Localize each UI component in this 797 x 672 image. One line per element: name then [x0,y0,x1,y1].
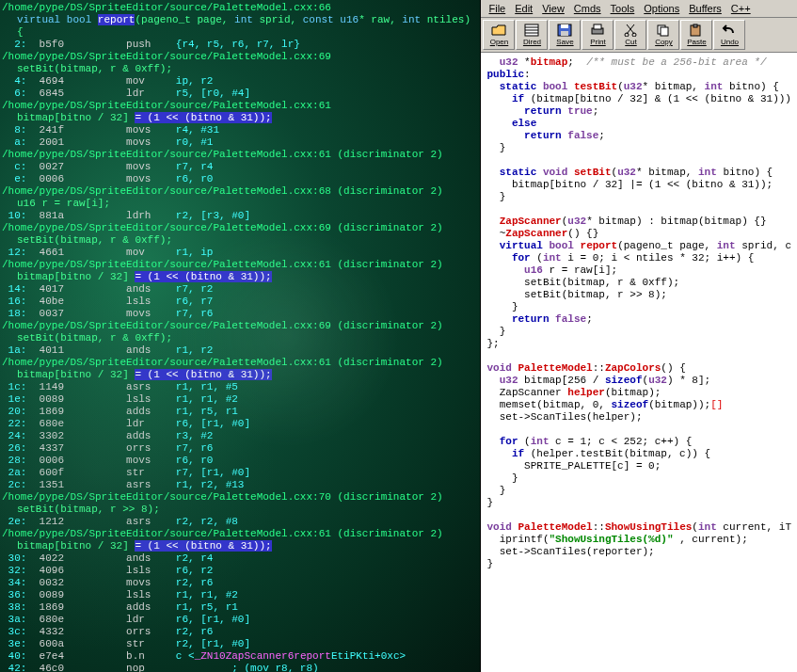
asm-line: e: 0006 movs r6, r0 [2,173,478,185]
code-line: for (int c = 1; c < 252; c++) { [486,436,791,448]
paste-button[interactable]: Paste [680,20,712,50]
code-line: return true; [486,105,791,118]
asm-line: 3a: 680e ldr r6, [r1, #0] [2,614,478,626]
asm-line: 10: 881a ldrh r2, [r3, #0] [2,210,478,222]
code-line: } [486,191,791,203]
code-line: iprintf("ShowUsingTiles(%d)" , current); [486,534,791,546]
asm-line: 38: 1869 adds r1, r5, r1 [2,601,478,614]
source-line: virtual bool report(pageno_t page, int s… [2,14,478,39]
svg-rect-5 [594,24,601,29]
code-line: public: [486,69,791,81]
menu-buffers[interactable]: Buffers [685,2,725,15]
code-line: } [486,472,791,485]
code-line: void PaletteModel::ShowUsingTiles(int cu… [486,521,791,534]
asm-line: 20: 1869 adds r1, r5, r1 [2,406,478,418]
code-line: setBit(bitmap, r & 0xff); [486,277,791,289]
undo-button[interactable]: Undo [713,20,745,50]
asm-line: 28: 0006 movs r6, r0 [2,455,478,467]
asm-line: 18: 0037 movs r7, r6 [2,308,478,320]
code-line: } [486,326,791,338]
asm-line: 16: 40be lsls r6, r7 [2,296,478,308]
asm-line: 3e: 600a str r2, [r1, #0] [2,638,478,650]
open-button[interactable]: Open [483,20,515,50]
asm-line: 36: 0089 lsls r1, r1, #2 [2,589,478,601]
asm-line: 24: 3302 adds r3, #2 [2,430,478,442]
menu-view[interactable]: View [538,2,568,15]
asm-line: 4: 4694 mov ip, r2 [2,75,478,88]
asm-line: 32: 4096 lsls r6, r2 [2,565,478,577]
code-line: if (bitmap[bitno / 32] & (1 << (bitno & … [486,93,791,105]
code-line: SPRITE_PALETTE[c] = 0; [486,460,791,472]
code-line: virtual bool report(pageno_t page, int s… [486,240,791,252]
code-line: } [486,558,791,570]
dired-label: Dired [523,38,541,46]
menu-cmds[interactable]: Cmds [570,2,605,15]
code-line: u16 r = raw[i]; [486,264,791,277]
asm-line: 2e: 1212 asrs r2, r2, #8 [2,516,478,528]
code-line: u32 *bitmap; /** must be a 256-bit area … [486,56,791,69]
asm-line: 2: b5f0 push {r4, r5, r6, r7, lr} [2,39,478,51]
source-path: /home/pype/DS/SpriteEditor/source/Palett… [2,51,478,63]
code-line: set->ScanTiles(reporter); [486,546,791,558]
code-line [486,154,791,167]
asm-line: a: 2001 movs r0, #1 [2,136,478,149]
menu-options[interactable]: Options [640,2,683,15]
menubar: FileEditViewCmdsToolsOptionsBuffersC++ [481,0,797,18]
source-line: setBit(bitmap, r >> 8); [2,504,478,516]
asm-line: 1e: 0089 lsls r1, r1, #2 [2,393,478,406]
code-line: static bool testBit(u32* bitmap, int bit… [486,81,791,93]
paste-label: Paste [687,38,706,46]
code-line: if (helper.testBit(bitmap, c)) { [486,448,791,460]
save-button[interactable]: Save [549,20,581,50]
svg-rect-11 [693,24,697,27]
svg-rect-3 [561,31,568,36]
menu-edit[interactable]: Edit [511,2,536,15]
source-path: /home/pype/DS/SpriteEditor/source/Palett… [2,149,478,161]
asm-line: 2c: 1351 asrs r1, r2, #13 [2,479,478,491]
asm-line: 34: 0032 movs r2, r6 [2,577,478,589]
code-line: setBit(bitmap, r >> 8); [486,289,791,301]
asm-line: 6: 6845 ldr r5, [r0, #4] [2,88,478,100]
code-line: } [486,497,791,509]
source-line: bitmap[bitno / 32] = (1 << (bitno & 31))… [2,540,478,552]
code-line: bitmap[bitno / 32] |= (1 << (bitno & 31)… [486,179,791,191]
code-line: }; [486,338,791,350]
source-line: bitmap[bitno / 32] = (1 << (bitno & 31))… [2,112,478,124]
asm-line: 1c: 1149 asrs r1, r1, #5 [2,381,478,393]
code-line: ZapScanner helper(bitmap); [486,387,791,399]
source-path: /home/pype/DS/SpriteEditor/source/Palett… [2,185,478,198]
source-path: /home/pype/DS/SpriteEditor/source/Palett… [2,320,478,332]
code-line: u32 bitmap[256 / sizeof(u32) * 8]; [486,375,791,387]
undo-label: Undo [721,38,739,46]
source-line: setBit(bitmap, r & 0xff); [2,63,478,75]
code-line [486,203,791,216]
code-line: } [486,301,791,313]
cut-label: Cut [625,38,636,46]
code-line: } [486,485,791,497]
source-path: /home/pype/DS/SpriteEditor/source/Palett… [2,259,478,271]
save-label: Save [556,38,573,46]
menu-file[interactable]: File [485,2,509,15]
asm-line: 2a: 600f str r7, [r1, #0] [2,467,478,479]
menu-tools[interactable]: Tools [607,2,639,15]
disassembly-pane[interactable]: /home/pype/DS/SpriteEditor/source/Palett… [0,0,480,672]
code-line: else [486,118,791,130]
print-button[interactable]: Print [582,20,614,50]
source-code[interactable]: u32 *bitmap; /** must be a 256-bit area … [481,53,797,672]
print-label: Print [590,38,605,46]
asm-line: 14: 4017 ands r7, r2 [2,283,478,296]
dired-button[interactable]: Dired [516,20,548,50]
source-path: /home/pype/DS/SpriteEditor/source/Palett… [2,357,478,369]
cut-button[interactable]: Cut [614,20,646,50]
source-line: setBit(bitmap, r & 0xff); [2,234,478,247]
source-line: u16 r = raw[i]; [2,198,478,210]
code-line: set->ScanTiles(helper); [486,411,791,424]
asm-line: 3c: 4332 orrs r2, r6 [2,626,478,638]
svg-rect-9 [661,27,668,36]
code-line: return false; [486,313,791,326]
menu-c++[interactable]: C++ [727,2,755,15]
asm-line: 30: 4022 ands r2, r4 [2,552,478,565]
asm-line: 22: 680e ldr r6, [r1, #0] [2,418,478,430]
copy-button[interactable]: Copy [647,20,679,50]
source-path: /home/pype/DS/SpriteEditor/source/Palett… [2,528,478,540]
